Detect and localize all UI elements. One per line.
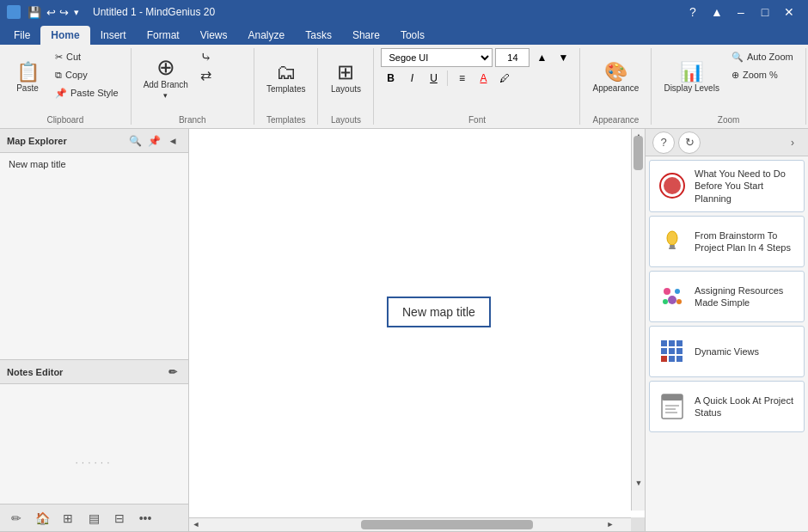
svg-rect-13: [661, 348, 667, 354]
tab-analyze[interactable]: Analyze: [238, 26, 296, 45]
minimize-button[interactable]: –: [729, 0, 753, 24]
notes-dots: ······: [3, 456, 185, 468]
help-card-1[interactable]: From Brainstorm To Project Plan In 4 Ste…: [649, 216, 805, 267]
appearance-button[interactable]: 🎨 Appearance: [587, 48, 644, 107]
maximize-button[interactable]: □: [753, 0, 777, 24]
tab-format[interactable]: Format: [137, 26, 190, 45]
tab-views[interactable]: Views: [190, 26, 238, 45]
auto-zoom-button[interactable]: 🔍 Auto Zoom: [726, 48, 799, 65]
title-bar-left: 💾 ↩ ↪ ▾ Untitled 1 - MindGenius 20: [7, 5, 215, 19]
svg-rect-3: [670, 245, 675, 248]
scroll-down-arrow[interactable]: ▼: [632, 476, 645, 490]
canvas-scrollbar-v[interactable]: ▲ ▼: [631, 129, 645, 511]
svg-rect-4: [669, 248, 676, 249]
templates-button[interactable]: 🗂 Templates: [261, 48, 311, 107]
close-button[interactable]: ✕: [777, 0, 801, 24]
toolbar-more-icon[interactable]: •••: [134, 507, 156, 529]
ribbon-collapse-button[interactable]: ▲: [705, 0, 729, 24]
bottom-toolbar: ✏ 🏠 ⊞ ▤ ⊟ •••: [0, 504, 188, 531]
branch-tools: ⤷ ⇄: [195, 48, 247, 83]
save-icon[interactable]: 💾: [28, 6, 41, 19]
map-explorer-search-icon[interactable]: 🔍: [126, 132, 144, 150]
tab-tools[interactable]: Tools: [390, 26, 435, 45]
help-cards: What You Need to Do Before You Start Pla…: [646, 156, 808, 531]
font-size-input[interactable]: [495, 48, 529, 67]
help-card-3[interactable]: Dynamic Views: [649, 326, 805, 377]
tab-insert[interactable]: Insert: [90, 26, 137, 45]
layouts-button[interactable]: ⊞ Layouts: [325, 48, 366, 107]
canvas-scrollbar-h[interactable]: ◄ ►: [189, 517, 631, 531]
help-card-0-icon: [657, 170, 688, 201]
help-card-2[interactable]: Assigning Resources Made Simple: [649, 271, 805, 322]
cut-button[interactable]: ✂ Cut: [50, 48, 124, 65]
bold-button[interactable]: B: [381, 69, 400, 88]
map-node[interactable]: New map title: [387, 297, 491, 327]
tab-file[interactable]: File: [3, 26, 40, 45]
svg-rect-11: [669, 340, 675, 346]
map-explorer-collapse-icon[interactable]: ◂: [164, 132, 181, 150]
font-family-select[interactable]: Segoe UI: [381, 48, 493, 67]
help-circle-icon[interactable]: ?: [652, 131, 675, 154]
help-card-4[interactable]: A Quick Look At Project Status: [649, 381, 805, 432]
svg-point-5: [664, 288, 670, 295]
right-expand-button[interactable]: ›: [784, 134, 801, 151]
scrollbar-thumb-v[interactable]: [634, 136, 643, 170]
toolbar-grid-icon[interactable]: ⊞: [57, 507, 79, 529]
add-branch-button[interactable]: ⊕ Add Branch ▾: [138, 48, 193, 107]
branch-indent-button[interactable]: ⇄: [195, 66, 247, 83]
tab-share[interactable]: Share: [342, 26, 390, 45]
ribbon-group-layouts: ⊞ Layouts Layouts: [318, 48, 374, 125]
help-card-4-text: A Quick Look At Project Status: [695, 394, 797, 419]
appearance-icon: 🎨: [604, 63, 627, 82]
canvas-area: New map title ▲ ▼ ◄ ►: [189, 129, 645, 531]
paste-style-button[interactable]: 📌 Paste Style: [50, 84, 124, 101]
toolbar-home-icon[interactable]: 🏠: [31, 507, 53, 529]
notes-edit-icon[interactable]: ✏: [164, 364, 181, 381]
toolbar-collapse-icon[interactable]: ⊟: [108, 507, 131, 529]
display-levels-icon: 📊: [680, 63, 703, 82]
scroll-left-arrow[interactable]: ◄: [189, 517, 203, 531]
customize-icon[interactable]: ▾: [74, 7, 79, 18]
highlight-button[interactable]: 🖊: [495, 69, 514, 88]
tab-tasks[interactable]: Tasks: [295, 26, 342, 45]
svg-point-8: [663, 299, 668, 304]
help-card-1-text: From Brainstorm To Project Plan In 4 Ste…: [695, 229, 797, 254]
paste-style-icon: 📌: [55, 88, 67, 99]
help-button[interactable]: ?: [681, 0, 705, 24]
toolbar-list-icon[interactable]: ▤: [83, 507, 105, 529]
help-card-0-text: What You Need to Do Before You Start Pla…: [695, 168, 797, 205]
ribbon-group-zoom: 📊 Display Levels 🔍 Auto Zoom ⊕ Zoom % Zo…: [652, 48, 805, 125]
undo-icon[interactable]: ↩: [46, 6, 56, 19]
right-panel-icons: ? ↻: [652, 131, 701, 154]
paste-button[interactable]: 📋 Paste: [7, 48, 48, 107]
font-size-up-button[interactable]: ▲: [532, 48, 551, 67]
title-bar-controls: ? ▲ – □ ✕: [681, 0, 801, 24]
font-label: Font: [381, 115, 572, 125]
ribbon-group-branch: ⊕ Add Branch ▾ ⤷ ⇄ Branch: [132, 48, 254, 125]
branch-format-button[interactable]: ⤷: [195, 48, 247, 65]
underline-button[interactable]: U: [424, 69, 443, 88]
scrollbar-thumb-h[interactable]: [361, 520, 533, 529]
align-button[interactable]: ≡: [452, 69, 471, 88]
zoom-percent-button[interactable]: ⊕ Zoom %: [726, 66, 799, 83]
font-size-down-button[interactable]: ▼: [554, 48, 572, 67]
zoom-label: Zoom: [658, 115, 798, 125]
display-levels-button[interactable]: 📊 Display Levels: [658, 48, 724, 107]
tab-home[interactable]: Home: [40, 26, 89, 45]
svg-rect-10: [661, 340, 667, 346]
scroll-right-arrow[interactable]: ►: [603, 517, 617, 531]
redo-icon[interactable]: ↪: [59, 6, 69, 19]
svg-rect-17: [669, 356, 675, 362]
help-card-0[interactable]: What You Need to Do Before You Start Pla…: [649, 160, 805, 212]
font-name-row: Segoe UI ▲ ▼: [381, 48, 572, 67]
copy-button[interactable]: ⧉ Copy: [50, 66, 124, 83]
map-item[interactable]: New map title: [3, 156, 185, 172]
font-color-button[interactable]: A: [474, 69, 493, 88]
refresh-icon[interactable]: ↻: [678, 131, 701, 154]
toolbar-pencil-icon[interactable]: ✏: [5, 507, 28, 529]
map-explorer-pin-icon[interactable]: 📌: [145, 132, 162, 150]
italic-button[interactable]: I: [402, 69, 421, 88]
paste-icon: 📋: [16, 63, 40, 82]
zoom-content: 📊 Display Levels 🔍 Auto Zoom ⊕ Zoom %: [658, 48, 798, 113]
svg-point-7: [668, 296, 676, 304]
